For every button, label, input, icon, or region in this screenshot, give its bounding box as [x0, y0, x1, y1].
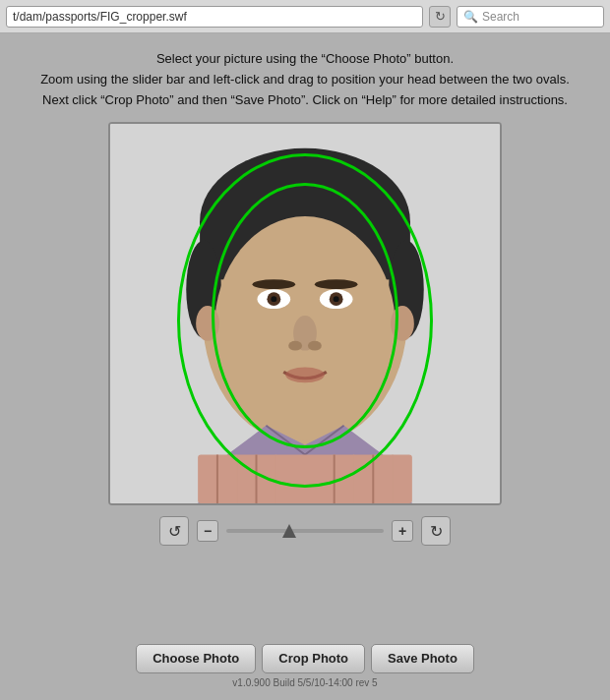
zoom-slider-track[interactable] — [226, 529, 384, 533]
svg-point-14 — [271, 297, 276, 303]
search-bar[interactable]: 🔍 Search — [457, 6, 604, 28]
svg-point-20 — [196, 306, 219, 341]
svg-point-8 — [253, 280, 296, 290]
svg-point-9 — [315, 280, 358, 290]
rotate-left-icon: ↺ — [168, 522, 181, 541]
zoom-out-button[interactable]: − — [197, 520, 218, 542]
svg-point-18 — [308, 341, 322, 351]
instruction-line3: Next click “Crop Photo” and then “Save P… — [40, 90, 570, 111]
zoom-plus-icon: + — [398, 523, 406, 539]
rotate-left-button[interactable]: ↺ — [159, 516, 189, 546]
svg-point-15 — [334, 297, 339, 303]
action-buttons-group: Choose Photo Crop Photo Save Photo — [136, 644, 474, 673]
bottom-button-bar: Choose Photo Crop Photo Save Photo v1.0.… — [0, 631, 610, 700]
zoom-slider-thumb[interactable] — [282, 524, 296, 538]
rotate-right-button[interactable]: ↻ — [421, 516, 451, 546]
crop-photo-button[interactable]: Crop Photo — [262, 644, 365, 673]
zoom-minus-icon: − — [204, 523, 212, 539]
instruction-line2: Zoom using the slider bar and left-click… — [40, 70, 570, 90]
svg-point-19 — [285, 368, 325, 383]
search-icon: 🔍 — [463, 10, 478, 24]
svg-point-17 — [288, 341, 302, 351]
rotate-right-icon: ↻ — [430, 522, 443, 541]
reload-icon: ↻ — [435, 9, 446, 24]
photo-background — [110, 124, 500, 503]
photo-frame[interactable] — [108, 122, 502, 505]
search-label: Search — [482, 10, 519, 24]
instruction-line1: Select your picture using the “Choose Ph… — [40, 49, 570, 70]
face-image — [110, 124, 500, 503]
zoom-slider-area: ↺ − + ↻ — [108, 509, 502, 553]
zoom-in-button[interactable]: + — [392, 520, 413, 542]
main-content: Select your picture using the “Choose Ph… — [0, 33, 610, 562]
svg-point-21 — [391, 306, 414, 341]
reload-button[interactable]: ↻ — [429, 6, 451, 28]
browser-toolbar: t/dam/passports/FIG_cropper.swf ↻ 🔍 Sear… — [0, 0, 610, 33]
address-bar[interactable]: t/dam/passports/FIG_cropper.swf — [6, 6, 423, 28]
version-label: v1.0.900 Build 5/5/10-14:00 rev 5 — [232, 677, 377, 688]
svg-rect-22 — [198, 455, 412, 503]
address-text: t/dam/passports/FIG_cropper.swf — [13, 10, 187, 24]
save-photo-button[interactable]: Save Photo — [371, 644, 474, 673]
instructions: Select your picture using the “Choose Ph… — [40, 49, 570, 110]
choose-photo-button[interactable]: Choose Photo — [136, 644, 256, 673]
